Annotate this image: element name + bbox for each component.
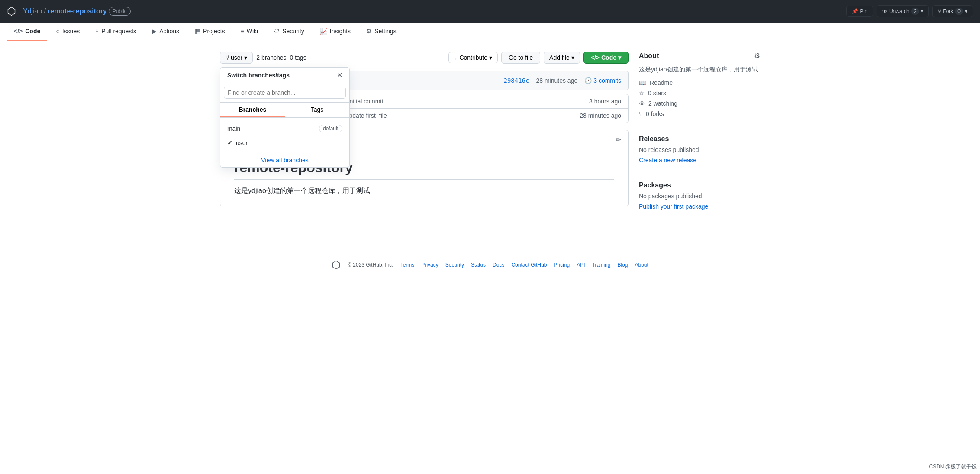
branches-tab[interactable]: Branches [220,103,285,117]
top-bar: ⬡ Ydjiao / remote-repository Public 📌 Pi… [0,0,980,23]
pull-requests-tab-icon: ⑂ [95,28,99,35]
dropdown-search [220,83,349,103]
repo-content: ⑂ user ▾ 2 branches 0 tags ⑂ Contribute … [220,52,629,220]
add-file-button[interactable]: Add file ▾ [544,52,580,64]
tab-insights[interactable]: 📈 Insights [313,23,358,41]
footer-contact-link[interactable]: Contact GitHub [511,262,547,268]
about-title: About [639,52,659,60]
tab-code[interactable]: </> Code [7,23,47,41]
code-btn-chevron-icon: ▾ [618,54,621,61]
github-logo-icon[interactable]: ⬡ [7,5,16,17]
commits-count-label: 3 commits [593,77,621,84]
footer-api-link[interactable]: API [577,262,585,268]
tab-settings-label: Settings [374,28,397,35]
create-release-link[interactable]: Create a new release [639,157,696,164]
branch-item-user[interactable]: ✓ user [220,136,349,150]
chevron-down-icon[interactable]: ▾ [921,8,923,14]
dropdown-close-button[interactable]: ✕ [337,71,342,79]
forks-stat[interactable]: ⑂ 0 forks [639,110,760,117]
footer: ⬡ © 2023 GitHub, Inc. Terms Privacy Secu… [0,248,980,281]
fork-chevron-icon[interactable]: ▾ [965,8,967,14]
edit-readme-button[interactable]: ✏ [616,135,621,144]
branch-search-input[interactable] [224,87,346,99]
commit-message: Initial commit [348,98,589,105]
default-badge: default [319,125,342,132]
stars-stat[interactable]: ☆ 0 stars [639,90,760,97]
go-to-file-button[interactable]: Go to file [501,52,540,64]
repo-name-link[interactable]: remote-repository [48,7,107,15]
star-icon: ☆ [639,90,645,97]
repo-owner-link[interactable]: Ydjiao [23,7,42,15]
readme-label: Readme [650,79,673,86]
tab-pull-requests[interactable]: ⑂ Pull requests [88,23,143,41]
footer-status-link[interactable]: Status [471,262,486,268]
footer-docs-link[interactable]: Docs [493,262,504,268]
publish-package-link[interactable]: Publish your first package [639,203,708,210]
packages-title: Packages [639,181,760,189]
stars-label: 0 stars [648,90,666,97]
tab-settings[interactable]: ⚙ Settings [359,23,403,41]
code-button[interactable]: </> Code ▾ [583,52,629,64]
footer-privacy-link[interactable]: Privacy [421,262,438,268]
fork-label: Fork [943,8,953,14]
branch-name-user: ✓ user [227,139,248,146]
footer-copyright: © 2023 GitHub, Inc. [348,262,393,268]
top-bar-left: ⬡ Ydjiao / remote-repository Public [7,5,131,17]
main-content: ⑂ user ▾ 2 branches 0 tags ⑂ Contribute … [213,41,767,231]
footer-terms-link[interactable]: Terms [400,262,415,268]
history-icon: 🕐 [584,77,592,84]
about-description: 这是ydjiao创建的第一个远程仓库，用于测试 [639,65,760,74]
tab-security[interactable]: 🛡 Security [267,23,311,41]
branch-icon: ⑂ [226,54,229,61]
tab-code-label: Code [25,28,40,35]
commits-count-link[interactable]: 🕐 3 commits [584,77,621,84]
branch-list: main default ✓ user [220,118,349,153]
tags-tab[interactable]: Tags [285,103,349,117]
readme-description: 这是ydjiao创建的第一个远程仓库，用于测试 [234,187,614,196]
fork-count: 0 [955,8,963,15]
tags-count-link[interactable]: 0 tags [290,54,306,61]
path-separator: / [44,7,45,15]
sidebar-divider-2 [639,174,760,174]
tab-wiki[interactable]: ≡ Wiki [234,23,265,41]
unwatch-label: Unwatch [889,8,909,14]
top-bar-right: 📌 Pin 👁 Unwatch 2 ▾ ⑂ Fork 0 ▾ [846,5,973,17]
tab-issues[interactable]: ○ Issues [49,23,87,41]
commit-time: 28 minutes ago [536,77,577,84]
tab-security-label: Security [282,28,304,35]
footer-security-link[interactable]: Security [445,262,464,268]
branch-item-main[interactable]: main default [220,121,349,136]
sidebar: About ⚙ 这是ydjiao创建的第一个远程仓库，用于测试 📖 Readme… [639,52,760,220]
packages-section: Packages No packages published Publish y… [639,181,760,210]
releases-section: Releases No releases published Create a … [639,135,760,164]
tab-projects[interactable]: ▦ Projects [188,23,232,41]
footer-training-link[interactable]: Training [592,262,611,268]
contribute-label: Contribute [459,54,487,61]
footer-about-link[interactable]: About [635,262,648,268]
branch-dropdown: Switch branches/tags ✕ Branches Tags mai… [220,67,350,168]
branch-selector-button[interactable]: ⑂ user ▾ [220,52,253,64]
view-all-branches-link[interactable]: View all branches [220,153,349,167]
commit-message: Update first_file [345,112,580,119]
tab-insights-label: Insights [330,28,351,35]
pin-button[interactable]: 📌 Pin [846,6,873,17]
footer-pricing-link[interactable]: Pricing [554,262,570,268]
readme-stat[interactable]: 📖 Readme [639,79,760,86]
unwatch-button[interactable]: 👁 Unwatch 2 ▾ [877,5,929,17]
commit-right: 298416c 28 minutes ago 🕐 3 commits [503,77,621,84]
dropdown-title: Switch branches/tags [227,72,290,79]
fork-stat-icon: ⑂ [639,110,642,117]
forks-label: 0 forks [646,110,664,117]
commit-hash-link[interactable]: 298416c [503,77,529,84]
check-icon: ✓ [227,139,232,146]
dropdown-tabs: Branches Tags [220,103,349,118]
watching-stat[interactable]: 👁 2 watching [639,100,760,107]
fork-button[interactable]: ⑂ Fork 0 ▾ [932,5,973,17]
about-header: About ⚙ [639,52,760,60]
branches-count-link[interactable]: 2 branches [256,54,286,61]
contribute-button[interactable]: ⑂ Contribute ▾ [448,52,498,63]
footer-blog-link[interactable]: Blog [617,262,628,268]
public-badge: Public [109,7,131,16]
tab-actions[interactable]: ▶ Actions [145,23,186,41]
about-settings-button[interactable]: ⚙ [754,52,760,60]
